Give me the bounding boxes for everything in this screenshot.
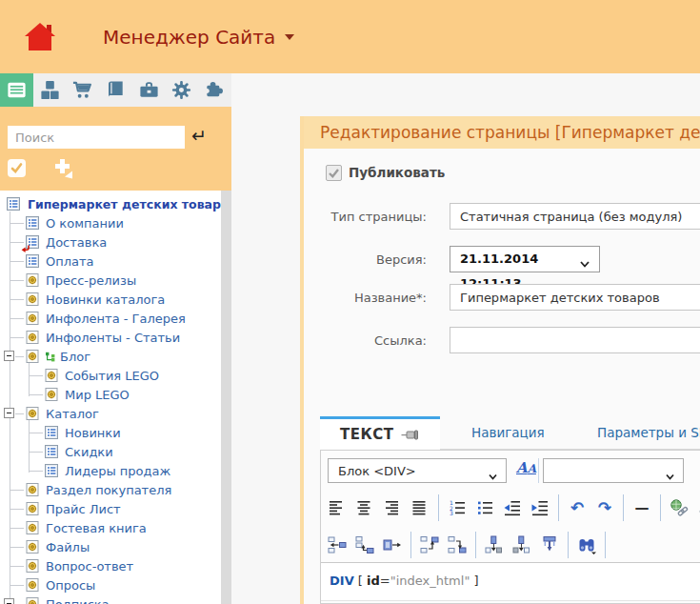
page-module-icon [25,577,40,593]
module-modules-cubes-icon[interactable] [33,73,67,107]
tree-item-label: Оплата [46,254,94,269]
editor-tabs: ТЕКСТНавигацияПараметры и SEO [304,416,700,450]
field-input[interactable] [450,327,700,353]
page-title: Редактирование страницы [Гипермаркет дет… [304,116,700,149]
field-input[interactable] [450,284,700,311]
search-enter-icon[interactable]: ↵ [191,125,207,146]
tree-connector [29,452,43,453]
element-insert-below-icon[interactable] [355,535,374,554]
style-select[interactable] [543,458,684,483]
align-left-icon[interactable] [328,498,347,517]
tree-item[interactable]: Гипермаркет детских товаров [0,194,221,213]
field-input[interactable] [450,203,700,230]
outdent-icon[interactable] [503,498,522,517]
page-module-icon [25,292,40,307]
tree-item-label: Мир LEGO [65,388,130,402]
module-shop-cart-icon[interactable] [66,73,99,107]
tab-label: ТЕКСТ [340,426,393,443]
field-label: Тип страницы: [304,210,427,224]
tree-item[interactable]: Доставка [0,232,221,252]
tree-item[interactable]: События LEGO [0,366,221,385]
undo-icon[interactable]: ↶ [568,498,587,517]
tree-item[interactable]: Подписка [0,594,221,604]
module-pages-icon[interactable] [0,73,33,107]
indent-icon[interactable] [530,498,550,517]
tree-item[interactable]: Раздел покупателя [0,480,221,499]
collapse-icon[interactable] [4,351,14,361]
version-select[interactable]: 21.11.2014 12:11:13 [450,246,600,272]
tree-item[interactable]: Новинки [0,423,221,442]
page-list-icon [44,463,59,478]
tree-item-label: Опросы [46,578,95,593]
tree-item[interactable]: Гостевая книга [0,518,221,537]
tree-item-label: Гипермаркет детских товаров [28,197,221,211]
element-move-up-icon[interactable] [420,535,439,554]
tree-item[interactable]: Вопрос-ответ [0,556,221,575]
element-move-down-icon[interactable] [448,535,467,554]
tree-item[interactable]: Пресс-релизы [0,271,221,290]
tree-item[interactable]: Каталог [0,404,221,423]
add-page-icon[interactable] [52,158,73,183]
form-row: Название*: [304,284,700,312]
page-list-icon [44,425,59,440]
align-justify-icon[interactable] [410,498,430,517]
tree-item[interactable]: Файлы [0,537,221,556]
find-icon[interactable] [577,535,596,554]
insert-link-icon[interactable] [670,498,689,517]
tree-item[interactable]: Оплата [0,252,221,271]
horizontal-rule-icon[interactable]: — [632,498,651,517]
module-plugins-puzzle-icon[interactable] [198,73,231,107]
tree-item[interactable]: Лидеры продаж [0,461,221,480]
tree-item[interactable]: Прайс Лист [0,499,221,518]
element-insert-left-icon[interactable] [328,535,347,554]
module-briefcase-icon[interactable] [132,73,166,107]
page-list-icon [6,196,21,211]
chevron-down-icon [285,34,294,40]
paste-after-icon[interactable] [512,535,531,554]
tree-item-label: Инфолента - Галерея [46,312,186,326]
app-title-menu[interactable]: Менеджер Сайта [103,26,294,49]
page-list-icon [25,234,40,250]
block-format-select[interactable]: Блок <DIV> [328,458,507,483]
tree-item[interactable]: Новинки каталога [0,290,221,309]
tree-item[interactable]: О компании [0,213,221,232]
tab-params-seo[interactable]: Параметры и SEO [597,425,700,440]
search-input[interactable] [8,126,185,149]
tree-item-label: Новинки каталога [46,292,165,307]
tree-item-label: Файлы [46,540,90,554]
toolbar-separator [558,494,559,521]
tree-connector [10,318,24,319]
edit-panel: Редактирование страницы [Гипермаркет дет… [300,116,700,604]
paste-before-icon[interactable] [485,535,504,554]
tab-text[interactable]: ТЕКСТ [320,416,440,450]
align-right-icon[interactable] [383,498,402,517]
tree-item[interactable]: Инфолента - Галерея [0,309,221,328]
rich-text-editor: Блок <DIV> AA 123↶↷— DIV [ id="index_htm… [320,450,700,604]
collapse-icon[interactable] [4,408,14,418]
module-catalog-book-icon[interactable] [99,73,132,107]
tree-connector [10,299,24,300]
element-expand-icon[interactable] [383,535,402,554]
tree-item[interactable]: Блог [0,347,221,366]
toolbar-divider [538,458,539,483]
tree-item[interactable]: Мир LEGO [0,385,221,404]
collapse-icon[interactable] [4,598,14,604]
tree-item[interactable]: Опросы [0,575,221,594]
multiselect-checkbox-icon[interactable] [8,159,26,177]
tree-item-label: Каталог [46,407,99,421]
font-style-button[interactable]: AA [516,461,536,475]
pin-icon[interactable] [401,430,419,440]
status-tag[interactable]: DIV [330,574,354,588]
module-settings-gear-icon[interactable] [166,73,199,107]
tree-item[interactable]: Инфоленты - Статьи [0,328,221,347]
insert-parent-icon[interactable] [540,535,559,554]
redo-icon[interactable]: ↷ [595,498,614,517]
ordered-list-icon[interactable]: 123 [448,498,467,517]
publish-checkbox[interactable] [326,165,342,181]
unordered-list-icon[interactable] [475,498,494,517]
home-icon[interactable] [24,22,56,52]
tab-navigation[interactable]: Навигация [471,425,545,440]
tree-scrollbar[interactable] [221,191,231,604]
tree-item[interactable]: Скидки [0,442,221,461]
align-center-icon[interactable] [355,498,374,517]
